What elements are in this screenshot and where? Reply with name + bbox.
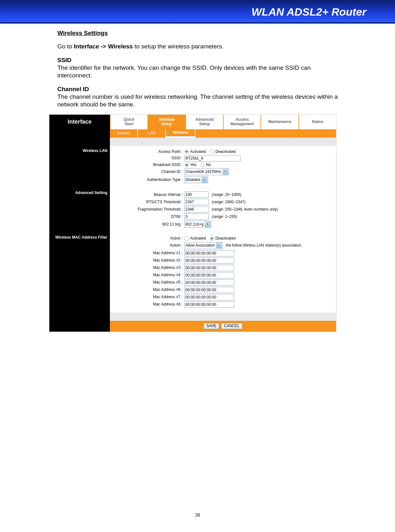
mode-select[interactable]: 802.11b+g▾ xyxy=(184,221,211,228)
tab-maintenance[interactable]: Maintenance xyxy=(261,115,298,129)
side-title: Interface xyxy=(49,115,110,129)
section-wireless-lan: Wireless LAN xyxy=(49,146,110,188)
mac-input-8[interactable] xyxy=(184,301,234,308)
auth-select[interactable]: Disabled▾ xyxy=(184,176,208,183)
section-mac-filter: Wireless MAC Address Filter xyxy=(49,233,110,312)
mac-input-4[interactable] xyxy=(184,272,234,278)
broadcast-no-radio[interactable] xyxy=(200,163,205,167)
section-advanced: Advanced Setting xyxy=(49,188,110,233)
ssid-paragraph: The identifier for the network. You can … xyxy=(57,64,344,80)
subtab-wireless[interactable]: Wireless xyxy=(166,129,196,136)
mac-input-5[interactable] xyxy=(184,279,234,286)
rts-input[interactable] xyxy=(184,199,209,205)
header-banner: WLAN ADSL2+ Router xyxy=(0,0,395,24)
tab-status[interactable]: Status xyxy=(298,115,336,129)
tab-access-management[interactable]: AccessManagement xyxy=(223,115,261,129)
cancel-button[interactable]: CANCEL xyxy=(221,323,242,329)
section-heading: Wireless Settings xyxy=(57,29,344,37)
mac-input-6[interactable] xyxy=(184,287,234,293)
page-number: 38 xyxy=(0,512,395,518)
chevron-down-icon: ▾ xyxy=(205,222,210,227)
chevron-down-icon: ▾ xyxy=(223,169,228,175)
save-button[interactable]: SAVE xyxy=(204,323,219,329)
channel-select[interactable]: Channel06 2437MHz▾ xyxy=(184,168,229,175)
subtab-lan[interactable]: LAN xyxy=(138,129,166,138)
ssid-heading: SSID xyxy=(57,56,344,64)
chevron-down-icon: ▾ xyxy=(216,243,222,248)
product-title: WLAN ADSL2+ Router xyxy=(0,0,395,18)
filter-deactivated-radio[interactable] xyxy=(210,236,214,241)
ssid-input[interactable] xyxy=(184,155,241,162)
dtim-input[interactable] xyxy=(184,213,209,220)
channel-heading: Channel ID xyxy=(57,85,344,93)
router-ui-screenshot: Interface QuickStart InterfaceSetup Adva… xyxy=(49,114,336,332)
chevron-down-icon: ▾ xyxy=(202,177,207,183)
mac-input-3[interactable] xyxy=(184,265,234,271)
broadcast-yes-radio[interactable] xyxy=(184,163,189,167)
mac-input-1[interactable] xyxy=(184,250,234,256)
ap-activated-radio[interactable] xyxy=(184,149,189,154)
mac-input-2[interactable] xyxy=(184,257,234,264)
mac-input-7[interactable] xyxy=(184,294,234,300)
tab-interface-setup[interactable]: InterfaceSetup xyxy=(147,115,185,129)
subtab-internet[interactable]: Internet xyxy=(110,129,138,138)
action-select[interactable]: Allow Association▾ xyxy=(184,242,223,249)
frag-input[interactable] xyxy=(184,206,209,212)
ap-deactivated-radio[interactable] xyxy=(210,149,214,154)
intro-paragraph: Go to Interface -> Wireless to setup the… xyxy=(57,43,344,50)
tab-advanced-setup[interactable]: AdvancedSetup xyxy=(185,115,223,129)
beacon-input[interactable] xyxy=(184,191,209,198)
channel-paragraph: The channel number is used for wireless … xyxy=(57,93,344,109)
tab-quick-start[interactable]: QuickStart xyxy=(110,115,147,129)
filter-activated-radio[interactable] xyxy=(184,236,189,241)
